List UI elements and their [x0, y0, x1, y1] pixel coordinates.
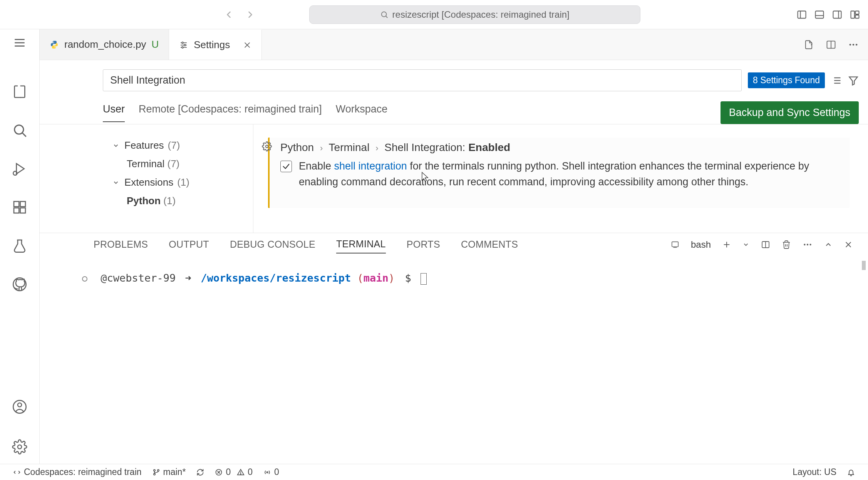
svg-point-47	[266, 145, 268, 148]
editor-area: random_choice.py U Settings	[40, 29, 868, 464]
scrollbar-thumb[interactable]	[862, 261, 866, 270]
scope-tab-user[interactable]: User	[103, 103, 125, 122]
svg-rect-48	[672, 242, 679, 247]
shell-integration-link[interactable]: shell integration	[334, 160, 407, 172]
settings-tree: Features (7) Terminal (7) Extensions (1)…	[101, 124, 253, 233]
panel-tab-debug-console[interactable]: DEBUG CONSOLE	[230, 236, 315, 253]
setting-checkbox[interactable]	[280, 161, 292, 172]
run-debug-icon[interactable]	[12, 161, 27, 176]
prompt-path: /workspaces/resizescript	[201, 272, 351, 284]
panel-tab-comments[interactable]: COMMENTS	[461, 236, 518, 253]
svg-rect-19	[14, 208, 19, 213]
chevron-up-icon[interactable]	[824, 240, 833, 249]
breadcrumb-sep: ›	[375, 143, 378, 153]
search-activity-icon[interactable]	[12, 123, 27, 138]
close-panel-icon[interactable]	[844, 240, 853, 249]
tree-terminal[interactable]: Terminal (7)	[101, 155, 253, 173]
scope-tab-workspace[interactable]: Workspace	[336, 103, 388, 122]
split-terminal-icon[interactable]	[761, 240, 770, 249]
svg-rect-9	[855, 11, 859, 14]
tree-python[interactable]: Python (1)	[101, 192, 253, 210]
settings-gear-icon[interactable]	[12, 439, 27, 455]
panel-tab-ports[interactable]: PORTS	[407, 236, 440, 253]
panel: PROBLEMS OUTPUT DEBUG CONSOLE TERMINAL P…	[40, 233, 868, 464]
more-icon[interactable]	[803, 240, 813, 250]
open-settings-json-icon[interactable]	[803, 39, 814, 50]
svg-point-61	[157, 469, 159, 471]
crumb-terminal: Terminal	[329, 141, 370, 153]
prompt-arrow: ➜	[185, 272, 191, 284]
tree-python-count: (1)	[163, 195, 176, 206]
python-file-icon	[50, 40, 59, 49]
terminal-name[interactable]: bash	[691, 239, 711, 250]
tree-terminal-label: Terminal	[127, 158, 164, 170]
trash-icon[interactable]	[782, 240, 791, 249]
chevron-down-icon	[111, 142, 121, 149]
chevron-down-icon[interactable]	[742, 241, 749, 248]
layout-sidebar-right-icon[interactable]	[832, 9, 843, 20]
status-ports[interactable]: 0	[258, 467, 285, 477]
split-editor-icon[interactable]	[826, 39, 836, 50]
svg-rect-6	[833, 11, 841, 18]
backup-sync-button[interactable]: Backup and Sync Settings	[721, 101, 859, 124]
nav-forward-icon[interactable]	[245, 9, 256, 20]
extensions-icon[interactable]	[12, 200, 27, 215]
github-icon[interactable]	[12, 277, 27, 292]
status-warnings: 0	[248, 467, 253, 477]
filter-icon[interactable]	[848, 75, 859, 86]
svg-point-38	[853, 44, 855, 45]
settings-search-input[interactable]: Shell Integration	[103, 69, 742, 91]
svg-point-30	[184, 44, 186, 46]
status-layout[interactable]: Layout: US	[787, 467, 842, 477]
setting-title: Python › Terminal › Shell Integration: E…	[280, 141, 835, 154]
scope-tab-remote[interactable]: Remote [Codespaces: reimagined train]	[139, 103, 322, 122]
new-terminal-icon[interactable]	[722, 240, 731, 249]
layout-panel-icon[interactable]	[814, 9, 825, 20]
status-sync[interactable]	[191, 468, 209, 476]
tree-features[interactable]: Features (7)	[101, 136, 253, 155]
more-actions-icon[interactable]	[848, 39, 859, 50]
gear-icon[interactable]	[262, 141, 272, 151]
svg-point-37	[850, 44, 851, 45]
command-decoration-icon[interactable]	[82, 276, 87, 282]
status-problems[interactable]: 0 0	[209, 467, 258, 477]
status-errors: 0	[226, 467, 231, 477]
svg-point-67	[266, 472, 268, 473]
testing-icon[interactable]	[12, 238, 27, 253]
status-notifications[interactable]	[842, 468, 860, 476]
tab-settings-label: Settings	[194, 39, 230, 51]
terminal[interactable]: @cwebster-99 ➜ /workspaces/resizescript …	[40, 256, 868, 464]
crumb-shell-integration: Shell Integration:	[384, 141, 465, 153]
tree-extensions[interactable]: Extensions (1)	[101, 173, 253, 192]
settings-toc-icon[interactable]	[831, 75, 842, 86]
menu-icon[interactable]	[13, 36, 26, 49]
status-branch[interactable]: main*	[147, 467, 191, 477]
editor-tabs: random_choice.py U Settings	[40, 29, 868, 60]
git-branch-icon	[152, 468, 160, 476]
command-center[interactable]: resizescript [Codespaces: reimagined tra…	[309, 5, 640, 24]
panel-tab-terminal[interactable]: TERMINAL	[336, 235, 386, 253]
search-icon	[380, 10, 389, 19]
setting-description: Enable shell integration for the termina…	[299, 158, 835, 190]
close-icon[interactable]	[243, 41, 251, 49]
svg-point-54	[804, 243, 805, 245]
nav-back-icon[interactable]	[223, 9, 234, 20]
tab-random-choice[interactable]: random_choice.py U	[40, 29, 169, 60]
panel-tab-output[interactable]: OUTPUT	[169, 236, 209, 253]
svg-rect-4	[815, 11, 823, 18]
svg-point-32	[182, 47, 183, 48]
svg-point-39	[856, 44, 858, 45]
layout-customize-icon[interactable]	[850, 9, 860, 20]
settings-detail: Python › Terminal › Shell Integration: E…	[253, 124, 868, 233]
status-remote[interactable]: Codespaces: reimagined train	[8, 467, 147, 477]
sync-icon	[196, 468, 204, 476]
panel-tab-problems[interactable]: PROBLEMS	[94, 236, 148, 253]
prompt-user: @cwebster-99	[101, 272, 176, 284]
crumb-enabled: Enabled	[468, 141, 510, 153]
accounts-icon[interactable]	[12, 399, 27, 415]
layout-sidebar-left-icon[interactable]	[796, 9, 807, 20]
tab-settings[interactable]: Settings	[169, 29, 262, 60]
explorer-icon[interactable]	[12, 84, 27, 99]
svg-rect-10	[855, 15, 859, 18]
broadcast-icon	[263, 468, 271, 476]
